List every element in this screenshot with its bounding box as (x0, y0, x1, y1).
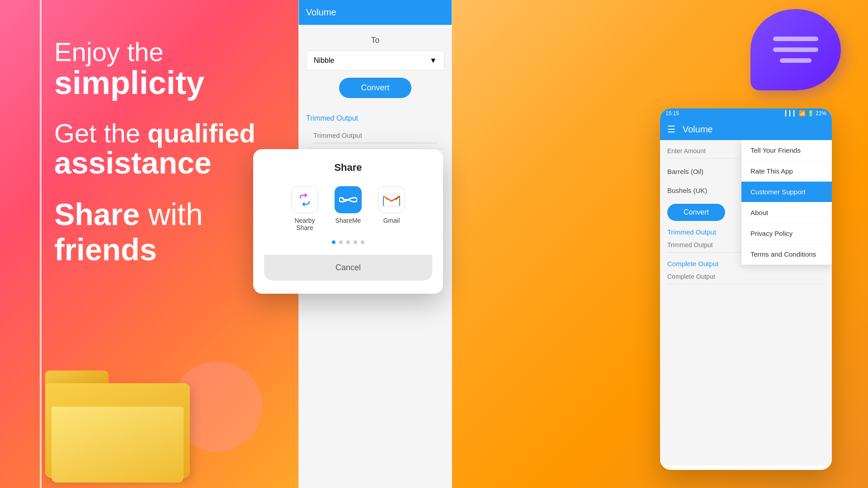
dot-3 (346, 240, 350, 244)
dropdown-value: Nibble (314, 56, 334, 65)
trimmed-output-label-1: Trimmed Output (299, 107, 452, 126)
gmail-label: Gmail (383, 217, 400, 224)
share-dialog: Share NearbyShare Sha (253, 149, 443, 294)
phone-convert-button[interactable]: Convert (667, 204, 725, 221)
nearby-share-icon (291, 186, 318, 213)
convert-button[interactable]: Convert (339, 78, 411, 98)
phone-menu-about[interactable]: About (741, 202, 832, 223)
bubble-shape (750, 9, 841, 90)
bubble-line-2 (773, 47, 818, 52)
hero-line2-normal: Get the (54, 118, 140, 148)
share-apps-row: NearbyShare ShareMe (291, 186, 405, 231)
shareme-label: ShareMe (335, 217, 361, 224)
speech-bubble-illustration (750, 9, 850, 99)
bubble-line-1 (773, 37, 818, 41)
dot-4 (354, 240, 357, 244)
hero-text: Enjoy the simplicity Get the qualified a… (54, 36, 255, 267)
share-cancel-button[interactable]: Cancel (264, 255, 432, 281)
shareme-svg (339, 193, 357, 206)
hero-line1-bold: simplicity (54, 64, 255, 101)
dropdown-row[interactable]: Nibble ▼ (306, 51, 444, 70)
hero-share-suffix: with (148, 197, 203, 231)
share-app-nearby[interactable]: NearbyShare (291, 186, 318, 231)
phone-complete-input[interactable] (667, 269, 825, 284)
share-app-gmail[interactable]: Gmail (378, 186, 405, 224)
phone-menu-rate-app[interactable]: Rate This App (741, 161, 832, 182)
vertical-divider (40, 0, 42, 488)
phone-time: 15:15 (665, 110, 679, 117)
share-dialog-title: Share (334, 162, 362, 174)
gmail-icon (378, 186, 405, 213)
phone-status-icons: ▎▎▎ 📶 🔋 22% (785, 110, 826, 117)
folder-main (45, 383, 190, 478)
app-header: Volume (299, 0, 452, 25)
dot-5 (361, 240, 364, 244)
phone-menu-customer-support[interactable]: Customer Support (741, 182, 832, 202)
phone-status-bar: 15:15 ▎▎▎ 📶 🔋 22% (660, 108, 832, 118)
phone-menu-privacy[interactable]: Privacy Policy (741, 223, 832, 244)
phone-menu-icon[interactable]: ☰ (667, 124, 675, 135)
phone-menu-tell-friends[interactable]: Tell Your Friends (741, 140, 832, 161)
folder-inner (52, 407, 184, 483)
nearby-share-svg (297, 192, 313, 208)
gmail-svg (383, 193, 400, 206)
phone-menu-terms[interactable]: Terms and Conditions (741, 244, 832, 265)
hero-line2-bold1: qualified (147, 118, 255, 148)
shareme-icon (335, 186, 362, 213)
svg-rect-0 (383, 195, 400, 206)
hero-share-bold: Share (54, 197, 140, 231)
trimmed-output-input-1[interactable] (313, 128, 437, 143)
hero-line2-bold2: assistance (54, 145, 255, 180)
to-label: To (299, 25, 452, 51)
dot-1 (332, 240, 335, 244)
dot-2 (339, 240, 343, 244)
folder-illustration (45, 352, 199, 488)
share-dots (332, 240, 364, 244)
hero-friends: friends (54, 232, 255, 267)
phone-app-title: Volume (683, 124, 713, 135)
phone-app-bar: ☰ Volume (660, 118, 832, 140)
hero-line1-normal: Enjoy the (54, 37, 164, 66)
phone-content: Barrels (Oil) Bushels (UK) Convert Trimm… (660, 140, 832, 465)
phone-mockup: 15:15 ▎▎▎ 📶 🔋 22% ☰ Volume Barrels (Oil)… (660, 108, 832, 470)
chevron-down-icon: ▼ (429, 56, 437, 65)
bubble-line-3 (780, 58, 811, 63)
phone-dropdown-menu: Tell Your Friends Rate This App Customer… (741, 140, 832, 265)
nearby-share-label: NearbyShare (294, 217, 315, 231)
trimmed-output-field-1 (306, 126, 444, 149)
share-app-shareme[interactable]: ShareMe (335, 186, 362, 224)
